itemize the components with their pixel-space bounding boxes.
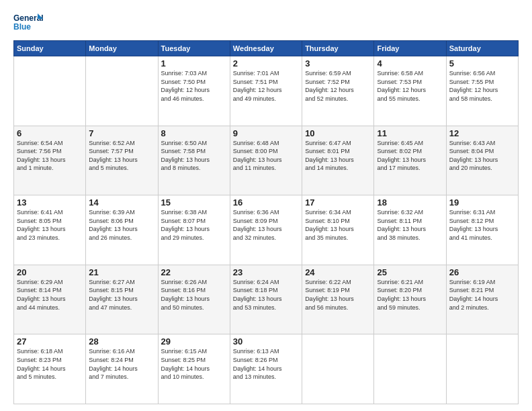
calendar-cell: 8Sunrise: 6:50 AM Sunset: 7:58 PM Daylig…	[158, 126, 230, 195]
logo: GeneralBlue	[13, 11, 48, 35]
day-info: Sunrise: 6:56 AM Sunset: 7:55 PM Dayligh…	[449, 69, 515, 103]
day-info: Sunrise: 6:45 AM Sunset: 8:02 PM Dayligh…	[377, 139, 443, 173]
calendar-cell: 6Sunrise: 6:54 AM Sunset: 7:56 PM Daylig…	[14, 126, 86, 195]
day-number: 30	[233, 336, 299, 347]
day-number: 1	[161, 58, 227, 68]
day-number: 18	[377, 197, 443, 208]
calendar-cell: 29Sunrise: 6:15 AM Sunset: 8:25 PM Dayli…	[158, 334, 230, 404]
day-info: Sunrise: 6:48 AM Sunset: 8:00 PM Dayligh…	[233, 139, 299, 173]
day-header-tuesday: Tuesday	[158, 41, 230, 56]
day-number: 14	[89, 197, 154, 208]
day-info: Sunrise: 6:18 AM Sunset: 8:23 PM Dayligh…	[17, 347, 83, 381]
day-info: Sunrise: 6:38 AM Sunset: 8:07 PM Dayligh…	[161, 208, 227, 242]
day-number: 12	[449, 128, 515, 138]
day-number: 10	[305, 128, 371, 138]
calendar-cell: 12Sunrise: 6:43 AM Sunset: 8:04 PM Dayli…	[446, 126, 518, 195]
calendar-cell	[446, 334, 518, 404]
day-number: 3	[305, 58, 371, 68]
page: GeneralBlue SundayMondayTuesdayWednesday…	[0, 0, 532, 411]
day-header-sunday: Sunday	[14, 41, 86, 56]
day-header-saturday: Saturday	[446, 41, 518, 56]
day-info: Sunrise: 6:32 AM Sunset: 8:11 PM Dayligh…	[377, 208, 443, 242]
day-number: 24	[305, 267, 371, 277]
week-row-1: 6Sunrise: 6:54 AM Sunset: 7:56 PM Daylig…	[14, 126, 519, 195]
week-row-0: 1Sunrise: 7:03 AM Sunset: 7:50 PM Daylig…	[14, 56, 519, 126]
day-number: 15	[161, 197, 227, 208]
day-number: 26	[449, 267, 515, 277]
day-info: Sunrise: 6:52 AM Sunset: 7:57 PM Dayligh…	[89, 139, 154, 173]
calendar-cell	[86, 56, 158, 126]
week-row-4: 27Sunrise: 6:18 AM Sunset: 8:23 PM Dayli…	[14, 334, 519, 404]
day-info: Sunrise: 6:16 AM Sunset: 8:24 PM Dayligh…	[89, 347, 154, 381]
day-number: 4	[377, 58, 443, 68]
day-number: 22	[161, 267, 227, 277]
calendar-cell: 28Sunrise: 6:16 AM Sunset: 8:24 PM Dayli…	[86, 334, 158, 404]
day-number: 16	[233, 197, 299, 208]
calendar-cell: 26Sunrise: 6:19 AM Sunset: 8:21 PM Dayli…	[446, 265, 518, 334]
calendar-cell: 2Sunrise: 7:01 AM Sunset: 7:51 PM Daylig…	[230, 56, 302, 126]
day-info: Sunrise: 6:58 AM Sunset: 7:53 PM Dayligh…	[377, 69, 443, 103]
calendar-cell: 13Sunrise: 6:41 AM Sunset: 8:05 PM Dayli…	[14, 195, 86, 265]
calendar-cell	[374, 334, 446, 404]
day-info: Sunrise: 6:31 AM Sunset: 8:12 PM Dayligh…	[449, 208, 515, 242]
day-info: Sunrise: 6:13 AM Sunset: 8:26 PM Dayligh…	[233, 347, 299, 381]
calendar-cell	[14, 56, 86, 126]
calendar-cell: 14Sunrise: 6:39 AM Sunset: 8:06 PM Dayli…	[86, 195, 158, 265]
day-number: 7	[89, 128, 154, 138]
day-header-friday: Friday	[374, 41, 446, 56]
calendar-cell: 25Sunrise: 6:21 AM Sunset: 8:20 PM Dayli…	[374, 265, 446, 334]
calendar-table: SundayMondayTuesdayWednesdayThursdayFrid…	[13, 40, 519, 404]
day-number: 13	[17, 197, 83, 208]
calendar-cell: 5Sunrise: 6:56 AM Sunset: 7:55 PM Daylig…	[446, 56, 518, 126]
day-info: Sunrise: 6:21 AM Sunset: 8:20 PM Dayligh…	[377, 278, 443, 312]
calendar-cell: 27Sunrise: 6:18 AM Sunset: 8:23 PM Dayli…	[14, 334, 86, 404]
day-info: Sunrise: 6:47 AM Sunset: 8:01 PM Dayligh…	[305, 139, 371, 173]
day-info: Sunrise: 6:27 AM Sunset: 8:15 PM Dayligh…	[89, 278, 154, 312]
day-number: 17	[305, 197, 371, 208]
day-info: Sunrise: 7:01 AM Sunset: 7:51 PM Dayligh…	[233, 69, 299, 103]
calendar-cell: 10Sunrise: 6:47 AM Sunset: 8:01 PM Dayli…	[302, 126, 374, 195]
svg-text:Blue: Blue	[13, 22, 31, 32]
calendar-cell: 17Sunrise: 6:34 AM Sunset: 8:10 PM Dayli…	[302, 195, 374, 265]
calendar-cell: 7Sunrise: 6:52 AM Sunset: 7:57 PM Daylig…	[86, 126, 158, 195]
day-number: 2	[233, 58, 299, 68]
day-info: Sunrise: 6:39 AM Sunset: 8:06 PM Dayligh…	[89, 208, 154, 242]
header: GeneralBlue	[13, 11, 519, 35]
day-number: 8	[161, 128, 227, 138]
day-number: 20	[17, 267, 83, 277]
calendar-cell: 11Sunrise: 6:45 AM Sunset: 8:02 PM Dayli…	[374, 126, 446, 195]
calendar-cell: 21Sunrise: 6:27 AM Sunset: 8:15 PM Dayli…	[86, 265, 158, 334]
day-number: 19	[449, 197, 515, 208]
calendar-cell: 9Sunrise: 6:48 AM Sunset: 8:00 PM Daylig…	[230, 126, 302, 195]
calendar-cell: 22Sunrise: 6:26 AM Sunset: 8:16 PM Dayli…	[158, 265, 230, 334]
calendar-cell	[302, 334, 374, 404]
day-info: Sunrise: 7:03 AM Sunset: 7:50 PM Dayligh…	[161, 69, 227, 103]
day-number: 28	[89, 336, 154, 347]
day-info: Sunrise: 6:26 AM Sunset: 8:16 PM Dayligh…	[161, 278, 227, 312]
day-number: 6	[17, 128, 83, 138]
calendar-cell: 4Sunrise: 6:58 AM Sunset: 7:53 PM Daylig…	[374, 56, 446, 126]
day-number: 25	[377, 267, 443, 277]
calendar-cell: 1Sunrise: 7:03 AM Sunset: 7:50 PM Daylig…	[158, 56, 230, 126]
day-info: Sunrise: 6:29 AM Sunset: 8:14 PM Dayligh…	[17, 278, 83, 312]
week-row-3: 20Sunrise: 6:29 AM Sunset: 8:14 PM Dayli…	[14, 265, 519, 334]
day-header-monday: Monday	[86, 41, 158, 56]
day-number: 27	[17, 336, 83, 347]
day-number: 23	[233, 267, 299, 277]
calendar-cell: 19Sunrise: 6:31 AM Sunset: 8:12 PM Dayli…	[446, 195, 518, 265]
day-info: Sunrise: 6:43 AM Sunset: 8:04 PM Dayligh…	[449, 139, 515, 173]
day-number: 5	[449, 58, 515, 68]
day-header-wednesday: Wednesday	[230, 41, 302, 56]
calendar-cell: 16Sunrise: 6:36 AM Sunset: 8:09 PM Dayli…	[230, 195, 302, 265]
day-info: Sunrise: 6:41 AM Sunset: 8:05 PM Dayligh…	[17, 208, 83, 242]
day-number: 11	[377, 128, 443, 138]
calendar-cell: 15Sunrise: 6:38 AM Sunset: 8:07 PM Dayli…	[158, 195, 230, 265]
day-number: 29	[161, 336, 227, 347]
day-number: 21	[89, 267, 154, 277]
calendar-cell: 30Sunrise: 6:13 AM Sunset: 8:26 PM Dayli…	[230, 334, 302, 404]
day-info: Sunrise: 6:19 AM Sunset: 8:21 PM Dayligh…	[449, 278, 515, 312]
day-info: Sunrise: 6:50 AM Sunset: 7:58 PM Dayligh…	[161, 139, 227, 173]
day-info: Sunrise: 6:34 AM Sunset: 8:10 PM Dayligh…	[305, 208, 371, 242]
day-info: Sunrise: 6:24 AM Sunset: 8:18 PM Dayligh…	[233, 278, 299, 312]
calendar-cell: 24Sunrise: 6:22 AM Sunset: 8:19 PM Dayli…	[302, 265, 374, 334]
